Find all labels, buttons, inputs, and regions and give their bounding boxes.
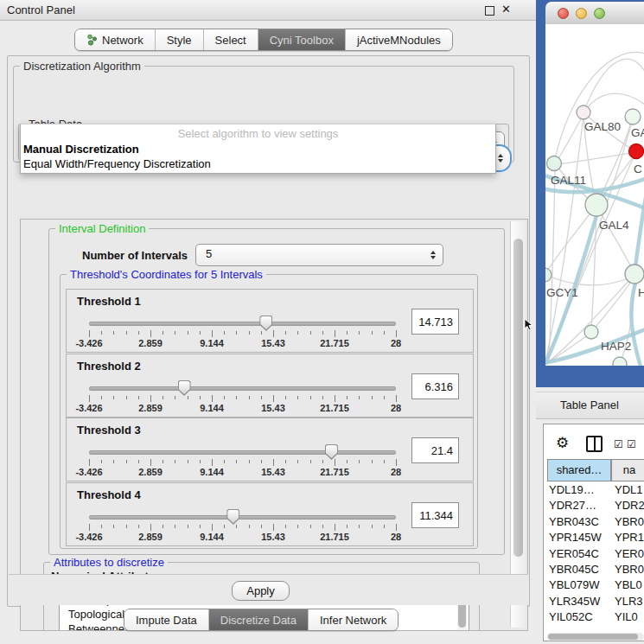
scrollbar-thumb[interactable] bbox=[513, 239, 523, 557]
tick-mark bbox=[335, 330, 335, 337]
table-row[interactable]: YDR27…YDR2 bbox=[547, 498, 644, 513]
tick-mark bbox=[212, 330, 213, 337]
checkbox-icon[interactable]: ☑ bbox=[614, 438, 623, 450]
tick-mark bbox=[150, 395, 151, 402]
table-row[interactable]: YPR145WYPR1 bbox=[547, 530, 644, 545]
threshold-slider[interactable] bbox=[89, 450, 396, 455]
minimize-window-icon[interactable] bbox=[576, 8, 587, 19]
tick-mark bbox=[150, 524, 151, 531]
column-header-na[interactable]: na bbox=[611, 459, 644, 481]
tick-label: -3.426 bbox=[75, 532, 102, 542]
network-graph[interactable]: GAL80GACGAL11GAL4GCY1HHAP2 bbox=[545, 24, 644, 366]
slider-thumb[interactable] bbox=[178, 380, 191, 396]
tick-label: 21.715 bbox=[320, 338, 349, 348]
column-layout-icon[interactable] bbox=[586, 436, 603, 452]
network-node-c[interactable] bbox=[629, 144, 644, 159]
number-of-intervals-spinner[interactable]: 5 bbox=[195, 244, 443, 266]
tick-mark bbox=[188, 396, 188, 399]
slider-thumb[interactable] bbox=[259, 316, 272, 331]
network-node-ga[interactable] bbox=[625, 109, 641, 124]
tab-select[interactable]: Select bbox=[204, 29, 258, 50]
tick-mark bbox=[297, 525, 298, 528]
network-node-gal4[interactable] bbox=[585, 194, 608, 216]
tick-label: 28 bbox=[391, 338, 401, 348]
network-node-unlabeled[interactable] bbox=[613, 357, 627, 366]
tab-cyni-toolbox[interactable]: Cyni Toolbox bbox=[258, 29, 346, 50]
network-node-gcy1[interactable] bbox=[545, 268, 552, 282]
network-edge[interactable] bbox=[545, 116, 583, 361]
close-panel-icon[interactable]: ✕ bbox=[501, 3, 511, 16]
table-row[interactable]: YBL079WYBL0 bbox=[547, 577, 644, 593]
cell-name: YBL0 bbox=[615, 578, 642, 591]
threshold-value-field[interactable]: 14.713 bbox=[411, 309, 459, 335]
tick-mark bbox=[396, 459, 397, 466]
threshold-value-field[interactable]: 11.344 bbox=[411, 502, 459, 528]
bottom-tab-impute-data[interactable]: Impute Data bbox=[124, 609, 209, 630]
table-row[interactable]: YBR045CYBR0 bbox=[547, 562, 644, 577]
column-header-shared-[interactable]: shared… bbox=[547, 459, 611, 481]
tick-mark bbox=[89, 459, 90, 466]
threshold-slider[interactable] bbox=[89, 322, 396, 326]
network-edge[interactable] bbox=[634, 188, 644, 273]
dropdown-hint: Select algorithm to view settings bbox=[21, 127, 495, 140]
zoom-window-icon[interactable] bbox=[594, 8, 605, 19]
slider-thumb[interactable] bbox=[325, 444, 338, 460]
network-node-gal80[interactable] bbox=[577, 105, 590, 119]
network-edge[interactable] bbox=[583, 59, 644, 112]
tick-mark bbox=[347, 460, 348, 463]
threshold-slider[interactable] bbox=[89, 386, 396, 391]
table-row[interactable]: YDL19…YDL1 bbox=[547, 482, 644, 498]
bottom-tab-infer-network[interactable]: Infer Network bbox=[309, 609, 398, 630]
network-node-hap2[interactable] bbox=[584, 325, 598, 339]
tab-style[interactable]: Style bbox=[156, 29, 204, 50]
network-edge[interactable] bbox=[558, 152, 635, 164]
combo-arrows-icon bbox=[498, 154, 503, 163]
threshold-slider[interactable] bbox=[89, 515, 396, 520]
tick-mark bbox=[89, 395, 90, 402]
tick-label: 15.43 bbox=[261, 403, 285, 413]
network-edge[interactable] bbox=[545, 275, 632, 285]
interval-definition-group: Interval Definition Number of Intervals … bbox=[48, 228, 505, 555]
number-of-intervals-value: 5 bbox=[206, 247, 212, 260]
tick-mark bbox=[188, 525, 188, 528]
table-row[interactable]: YLR345WYLR3 bbox=[547, 594, 644, 609]
tab-label: Style bbox=[167, 34, 192, 47]
threshold-coordinates-title: Threshold's Coordinates for 5 Intervals bbox=[67, 268, 266, 281]
network-window-titlebar[interactable] bbox=[545, 2, 644, 25]
dropdown-option-equal-width[interactable]: Equal Width/Frequency Discretization bbox=[23, 157, 211, 170]
table-horizontal-scrollbar[interactable] bbox=[547, 633, 644, 641]
float-panel-icon[interactable] bbox=[485, 6, 494, 16]
tick-mark bbox=[150, 330, 151, 337]
slider-tick-labels: -3.4262.8599.14415.4321.71528 bbox=[89, 403, 396, 413]
cell-name: YBR0 bbox=[615, 563, 644, 576]
tick-mark bbox=[138, 396, 139, 399]
network-node-gal11[interactable] bbox=[547, 156, 562, 171]
dropdown-option-manual[interactable]: Manual Discretization bbox=[23, 143, 139, 156]
checkbox-icon[interactable]: ☑ bbox=[627, 438, 636, 450]
node-label: GAL4 bbox=[599, 219, 629, 232]
tick-mark bbox=[285, 525, 286, 528]
tick-mark bbox=[126, 331, 127, 335]
tick-label: 2.859 bbox=[138, 532, 163, 542]
threshold-value-field[interactable]: 6.316 bbox=[411, 373, 459, 399]
apply-button[interactable]: Apply bbox=[232, 581, 290, 601]
bottom-tab-discretize-data[interactable]: Discretize Data bbox=[209, 609, 309, 630]
network-node-h[interactable] bbox=[625, 265, 644, 284]
close-window-icon[interactable] bbox=[558, 8, 569, 19]
table-row[interactable]: YIL052CYIL0 bbox=[547, 609, 644, 625]
tick-mark bbox=[347, 525, 348, 528]
table-row[interactable]: YBR043CYBR0 bbox=[547, 514, 644, 530]
table-row[interactable]: YER054CYER0 bbox=[547, 546, 644, 562]
slider-thumb[interactable] bbox=[226, 509, 239, 525]
threshold-value-field[interactable]: 21.4 bbox=[411, 437, 459, 463]
threshold-coordinates-group: Threshold's Coordinates for 5 Intervals … bbox=[60, 274, 478, 549]
tick-mark bbox=[249, 460, 250, 463]
cell-shared-name: YBR045C bbox=[549, 563, 599, 576]
settings-vertical-scrollbar[interactable] bbox=[510, 221, 526, 628]
gear-icon[interactable]: ⚙ bbox=[556, 434, 569, 451]
network-view[interactable]: GAL80GACGAL11GAL4GCY1HHAP2 bbox=[545, 24, 644, 366]
tab-network[interactable]: Network bbox=[75, 29, 156, 50]
tab-jactivemnodules[interactable]: jActiveMNodules bbox=[346, 29, 452, 50]
network-edge[interactable] bbox=[585, 93, 644, 111]
network-edge[interactable] bbox=[593, 280, 632, 330]
